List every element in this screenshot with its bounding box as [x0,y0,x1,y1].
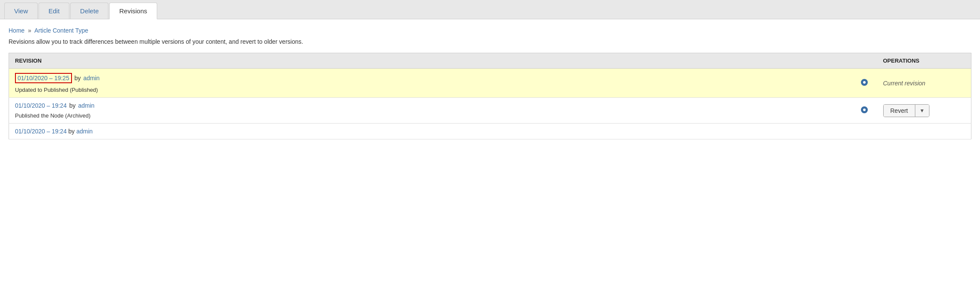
revision-cell-content: 01/10/2020 – 19:24 by admin Published th… [15,102,846,119]
tab-edit[interactable]: Edit [39,3,69,19]
revision-by-text: by [69,128,75,135]
revert-btn-group: Revert ▼ [883,104,929,117]
ops-cell: Revert ▼ [877,98,971,124]
page-description: Revisions allow you to track differences… [9,38,971,45]
table-row: 01/10/2020 – 19:24 by admin [9,124,971,139]
tab-bar: View Edit Delete Revisions [0,0,980,19]
revision-cell: 01/10/2020 – 19:25 by admin Updated to P… [9,69,852,98]
revision-author-link[interactable]: admin [76,128,93,135]
ops-cell [877,124,971,139]
table-header-row: REVISION OPERATIONS [9,53,971,69]
breadcrumb: Home » Article Content Type [9,27,971,34]
revision-cell: 01/10/2020 – 19:24 by admin [9,124,852,139]
revision-note: Published the Node (Archived) [15,112,846,119]
header-revision: REVISION [9,53,852,69]
radio-dot-current[interactable] [861,79,868,86]
revision-author-link[interactable]: admin [83,75,99,82]
revision-cell-content: 01/10/2020 – 19:25 by admin Updated to P… [15,73,846,93]
revert-dropdown-button[interactable]: ▼ [915,105,929,117]
breadcrumb-current[interactable]: Article Content Type [34,27,88,34]
table-row: 01/10/2020 – 19:24 by admin Published th… [9,98,971,124]
revert-button[interactable]: Revert [884,105,915,117]
table-row: 01/10/2020 – 19:25 by admin Updated to P… [9,69,971,98]
revision-note: Updated to Published (Published) [15,87,846,93]
revision-date-link[interactable]: 01/10/2020 – 19:24 [15,128,67,135]
radio-cell [852,124,877,139]
tab-delete[interactable]: Delete [70,3,108,19]
current-revision-text: Current revision [883,80,926,87]
header-radio [852,53,877,69]
header-operations: OPERATIONS [877,53,971,69]
radio-cell[interactable] [852,98,877,124]
radio-dot[interactable] [861,106,868,113]
breadcrumb-home[interactable]: Home [9,27,24,34]
revisions-table: REVISION OPERATIONS 01/10/2020 – 19:25 b… [9,53,971,139]
revision-header-line: 01/10/2020 – 19:25 by admin [15,73,846,83]
content-area: Home » Article Content Type Revisions al… [0,19,980,147]
revision-date-link[interactable]: 01/10/2020 – 19:24 [15,102,67,109]
revision-date-link[interactable]: 01/10/2020 – 19:25 [15,73,72,83]
tab-revisions[interactable]: Revisions [109,3,157,19]
revision-author-link[interactable]: admin [78,102,94,109]
ops-cell: Current revision [877,69,971,98]
breadcrumb-separator: » [28,27,31,34]
revision-cell: 01/10/2020 – 19:24 by admin Published th… [9,98,852,124]
revision-by-text: by [75,75,81,82]
radio-cell[interactable] [852,69,877,98]
tab-view[interactable]: View [4,3,38,19]
revision-header-line: 01/10/2020 – 19:24 by admin [15,102,846,109]
revision-by-text: by [69,102,76,109]
